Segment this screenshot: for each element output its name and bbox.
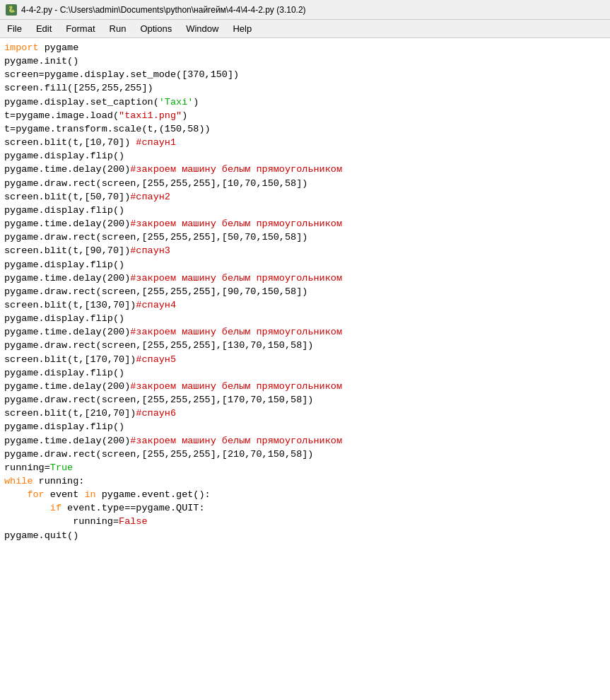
menu-bar: File Edit Format Run Options Window Help [0, 20, 610, 38]
menu-help[interactable]: Help [225, 22, 259, 35]
menu-window[interactable]: Window [179, 22, 225, 35]
title-bar: 🐍 4-4-2.py - C:\Users\admin\Documents\py… [0, 0, 610, 20]
menu-file[interactable]: File [0, 22, 29, 35]
menu-options[interactable]: Options [133, 22, 179, 35]
menu-edit[interactable]: Edit [29, 22, 59, 35]
menu-run[interactable]: Run [102, 22, 134, 35]
menu-format[interactable]: Format [59, 22, 102, 35]
app-icon: 🐍 [6, 4, 17, 16]
code-editor[interactable]: import pygame pygame.init() screen=pygam… [0, 38, 610, 700]
title-bar-text: 4-4-2.py - C:\Users\admin\Documents\pyth… [21, 5, 306, 15]
